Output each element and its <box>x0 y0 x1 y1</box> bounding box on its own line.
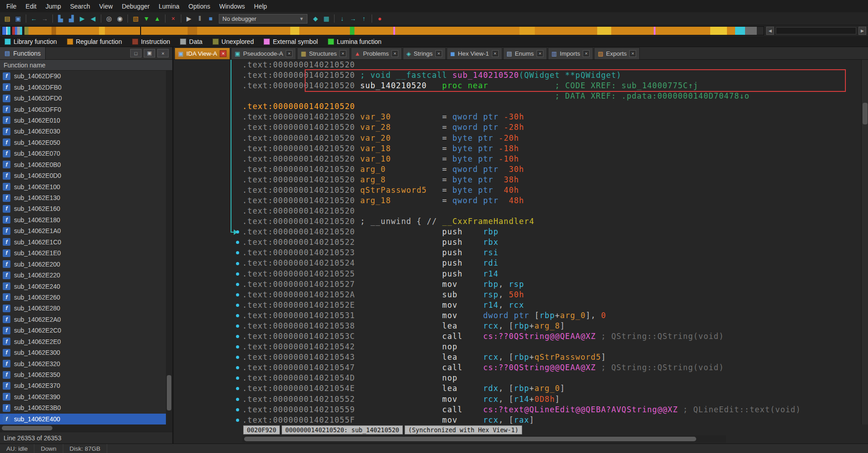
disassembly-line[interactable]: .text:0000000140210524 push rdi <box>242 258 868 268</box>
tab-structures[interactable]: ▦Structures× <box>297 48 350 59</box>
disassembly-line[interactable]: .text:0000000140210520 arg_18 = qword pt… <box>242 196 868 206</box>
navband-zoom-track[interactable] <box>776 27 856 34</box>
function-list-item[interactable]: fsub_14062E350 <box>0 369 172 380</box>
function-list-item[interactable]: fsub_14062E400 <box>0 414 172 424</box>
disassembly-line[interactable]: .text:0000000140210527 mov rbp, rsp <box>242 279 868 290</box>
disassembly-line[interactable]: .text:0000000140210520 <box>242 101 868 112</box>
tab-close-button[interactable]: × <box>583 50 590 57</box>
tab-close-button[interactable]: × <box>435 50 442 57</box>
function-list-item[interactable]: fsub_14062E010 <box>0 115 172 126</box>
scrollbar-thumb[interactable] <box>167 375 171 410</box>
menu-jump[interactable]: Jump <box>41 0 66 12</box>
jump-function-start-icon[interactable]: ▙ <box>56 14 66 24</box>
lumina-pull-icon[interactable]: ▼ <box>142 14 151 24</box>
function-list-item[interactable]: fsub_14062E390 <box>0 391 172 402</box>
function-list-item[interactable]: fsub_14062E280 <box>0 303 172 314</box>
panel-close-button[interactable]: × <box>157 49 169 57</box>
menu-file[interactable]: File <box>2 0 21 12</box>
function-list-item[interactable]: fsub_14062E2A0 <box>0 314 172 325</box>
function-list-item[interactable]: fsub_14062E220 <box>0 270 172 281</box>
tab-close-button[interactable]: × <box>286 50 292 57</box>
function-list-item[interactable]: fsub_14062DFF0 <box>0 104 172 114</box>
tab-close-button[interactable]: × <box>340 50 346 57</box>
function-list-item[interactable]: fsub_14062E180 <box>0 215 172 225</box>
disassembly-line[interactable]: .text:0000000140210520 ; __unwind { // _… <box>242 216 868 227</box>
functions-panel-tab[interactable]: ▤ Functions <box>0 47 46 59</box>
disassembly-line[interactable]: .text:0000000140210520 qStrPassword5 = b… <box>242 185 868 196</box>
open-file-icon[interactable]: ▤ <box>2 14 12 24</box>
function-list-item[interactable]: fsub_14062E1E0 <box>0 248 172 258</box>
tab-hex-view-1[interactable]: ◼Hex View-1× <box>447 48 502 59</box>
tab-imports[interactable]: ▥Imports× <box>548 48 593 59</box>
jump-prev-function-icon[interactable]: ◀ <box>88 14 98 24</box>
disassembly-line[interactable]: .text:0000000140210543 lea rcx, [rbp+qSt… <box>242 352 868 362</box>
menu-lumina[interactable]: Lumina <box>154 0 184 12</box>
scrollbar-thumb[interactable] <box>244 437 696 441</box>
tab-strings[interactable]: ◈Strings× <box>403 48 446 59</box>
navigation-band[interactable] <box>2 26 764 35</box>
menu-search[interactable]: Search <box>66 0 94 12</box>
navband-scroll-left-button[interactable]: ◀ <box>766 27 774 35</box>
tab-close-button[interactable]: × <box>220 50 226 57</box>
disassembly-line[interactable]: .text:0000000140210538 lea rcx, [rbp+arg… <box>242 321 868 331</box>
disassembly-line[interactable]: .text:0000000140210523 push rsi <box>242 248 868 258</box>
panel-maximize-button[interactable]: □ <box>130 49 142 57</box>
disassembly-vscrollbar[interactable] <box>861 60 868 424</box>
scrollbar-thumb[interactable] <box>863 103 868 124</box>
function-list-item[interactable]: fsub_14062E130 <box>0 192 172 203</box>
menu-debugger[interactable]: Debugger <box>117 0 154 12</box>
function-list-item[interactable]: fsub_14062E030 <box>0 126 172 137</box>
function-name-column-header[interactable]: Function name <box>0 60 172 71</box>
disassembly-line[interactable]: .text:000000014021052A sub rsp, 50h <box>242 290 868 300</box>
disassembly-line[interactable]: .text:0000000140210520 var_10 = byte ptr… <box>242 154 868 164</box>
step-into-icon[interactable]: ↓ <box>337 14 347 24</box>
save-file-icon[interactable]: ▣ <box>13 14 23 24</box>
function-list-item[interactable]: fsub_14062E260 <box>0 292 172 303</box>
navband-scroll-right-button[interactable]: ▶ <box>859 27 866 35</box>
disassembly-line[interactable]: .text:0000000140210552 mov rcx, [r14+0D8… <box>242 394 868 405</box>
tab-pseudocode-a[interactable]: ▣Pseudocode-A× <box>231 48 296 59</box>
function-list-item[interactable]: fsub_14062E160 <box>0 203 172 214</box>
function-list-item[interactable]: fsub_14062E300 <box>0 347 172 358</box>
debugger-windows-icon[interactable]: ▦ <box>321 14 331 24</box>
function-list-item[interactable]: fsub_14062E100 <box>0 181 172 192</box>
run-until-return-icon[interactable]: ↑ <box>359 14 369 24</box>
scrollbar-thumb[interactable] <box>2 426 52 430</box>
tab-close-button[interactable]: × <box>629 50 636 57</box>
function-list-item[interactable]: fsub_14062E0B0 <box>0 159 172 170</box>
text-search-icon[interactable]: ◎ <box>104 14 114 24</box>
disassembly-line[interactable]: .text:0000000140210520 sub_140210520 pro… <box>242 81 868 91</box>
disassembly-line[interactable]: .text:000000014021053C call cs:??0QStrin… <box>242 331 868 342</box>
function-list-item[interactable]: fsub_14062E240 <box>0 281 172 291</box>
function-list-item[interactable]: fsub_14062DFD0 <box>0 93 172 104</box>
disassembly-line[interactable]: .text:0000000140210547 call cs:??0QStrin… <box>242 362 868 373</box>
function-list-item[interactable]: fsub_14062E050 <box>0 137 172 148</box>
tab-close-button[interactable]: × <box>537 50 543 57</box>
ida-view-a[interactable]: .text:0000000140210520.text:000000014021… <box>174 60 868 424</box>
disassembly-line[interactable]: .text:0000000140210520 var_20 = byte ptr… <box>242 133 868 143</box>
pause-process-icon[interactable]: ‖ <box>195 14 205 24</box>
tab-problems[interactable]: ▲Problems× <box>351 48 402 59</box>
function-list-item[interactable]: fsub_14062E2E0 <box>0 336 172 347</box>
disassembly-line[interactable]: .text:000000014021055F mov rcx, [rax] <box>242 415 868 424</box>
disassembly-line[interactable]: .text:0000000140210520 arg_0 = qword ptr… <box>242 164 868 175</box>
tab-exports[interactable]: ▨Exports× <box>594 48 640 59</box>
breakpoint-icon[interactable]: ● <box>375 14 385 24</box>
attach-debugger-icon[interactable]: ◆ <box>311 14 321 24</box>
navigate-back-icon[interactable]: ← <box>29 14 39 24</box>
disassembly-line[interactable]: .text:0000000140210559 call cs:?text@QLi… <box>242 405 868 415</box>
disassembly-line[interactable]: .text:000000014021052E mov r14, rcx <box>242 300 868 310</box>
function-list-item[interactable]: fsub_14062E370 <box>0 380 172 391</box>
function-list-item[interactable]: fsub_14062DF90 <box>0 71 172 81</box>
function-list-item[interactable]: fsub_14062E070 <box>0 148 172 159</box>
function-list-item[interactable]: fsub_14062E320 <box>0 358 172 369</box>
disassembly-line[interactable]: .text:0000000140210520 var_30 = qword pt… <box>242 112 868 122</box>
step-over-icon[interactable]: → <box>348 14 358 24</box>
menu-windows[interactable]: Windows <box>215 0 250 12</box>
disassembly-line[interactable]: .text:0000000140210520 push rbp <box>242 227 868 237</box>
function-list-item[interactable]: fsub_14062E1A0 <box>0 225 172 236</box>
color-instruction-icon[interactable]: ▧ <box>131 14 141 24</box>
lumina-push-icon[interactable]: ▲ <box>152 14 162 24</box>
disassembly-hscrollbar[interactable] <box>242 435 726 443</box>
disassembly-line[interactable]: .text:0000000140210531 mov dword ptr [rb… <box>242 310 868 321</box>
